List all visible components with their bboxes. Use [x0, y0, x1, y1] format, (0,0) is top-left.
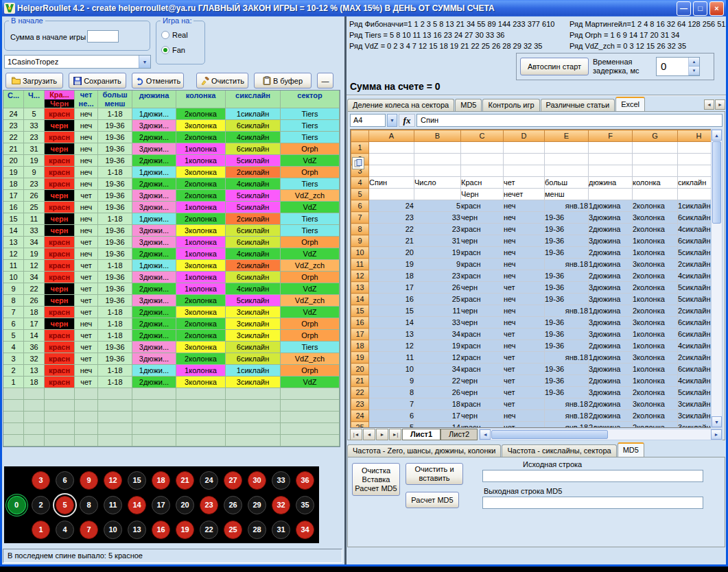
excel-cell-B3[interactable]: [414, 165, 461, 177]
excel-cell-D4[interactable]: чет: [504, 177, 545, 189]
excel-cell-E11[interactable]: янв.18: [545, 259, 589, 270]
excel-cell-D8[interactable]: неч: [504, 224, 545, 235]
excel-cell-G17[interactable]: 1колонка: [633, 329, 678, 340]
excel-cell-H23[interactable]: 3сиклайн: [678, 398, 713, 410]
excel-cell-F16[interactable]: 3дюжина: [589, 317, 633, 329]
excel-cell-B18[interactable]: 19: [414, 340, 461, 352]
excel-cell-A21[interactable]: 9: [369, 375, 414, 387]
horizontal-scroll-track[interactable]: [609, 429, 711, 440]
excel-cell-E4[interactable]: больш: [545, 177, 589, 189]
excel-col-header-B[interactable]: B: [414, 130, 461, 142]
excel-cell-F1[interactable]: [589, 142, 633, 154]
excel-cell-A11[interactable]: 19: [369, 259, 414, 270]
excel-col-header-C[interactable]: C: [461, 130, 504, 142]
excel-cell-B15[interactable]: 11: [414, 305, 461, 317]
excel-cell-G15[interactable]: 2колонка: [633, 305, 678, 317]
excel-cell-D10[interactable]: неч: [504, 247, 545, 259]
clear-button[interactable]: Очистить: [196, 73, 248, 88]
bottom-tab-MD5[interactable]: MD5: [618, 442, 644, 457]
excel-cell-E17[interactable]: 19-36: [545, 329, 589, 340]
board-number-6[interactable]: 6: [56, 471, 74, 490]
excel-row-header-9[interactable]: 9: [351, 235, 369, 247]
scroll-up-icon[interactable]: ▲: [712, 130, 722, 141]
board-number-7[interactable]: 7: [80, 521, 98, 539]
sheet-nav-1[interactable]: ◄: [363, 429, 375, 440]
minimize-button[interactable]: —: [677, 1, 691, 16]
delay-spinner[interactable]: 0 ▲ ▼: [656, 57, 700, 76]
excel-cell-A4[interactable]: Спин: [369, 177, 414, 189]
sheet-nav-0[interactable]: |◄: [350, 429, 362, 440]
tab-Excel[interactable]: Excel: [615, 97, 645, 111]
excel-cell-D3[interactable]: [504, 165, 545, 177]
name-box-dropdown-icon[interactable]: ▼: [387, 114, 397, 127]
excel-cell-C14[interactable]: красн: [461, 294, 504, 305]
excel-col-header-F[interactable]: F: [589, 130, 633, 142]
excel-row-header-10[interactable]: 10: [351, 247, 369, 259]
excel-cell-H18[interactable]: 4сиклайн: [678, 340, 713, 352]
md5-calc-button[interactable]: Расчет MD5: [406, 492, 459, 508]
radio-fan[interactable]: Fan: [161, 46, 185, 54]
tab-Контроль игр[interactable]: Контроль игр: [482, 99, 539, 111]
excel-row-header-18[interactable]: 18: [351, 340, 369, 352]
excel-row-header-12[interactable]: 12: [351, 270, 369, 282]
excel-col-header-H[interactable]: H: [678, 130, 713, 142]
excel-cell-G7[interactable]: 3колонка: [633, 212, 678, 224]
excel-cell-A24[interactable]: 6: [369, 410, 414, 422]
excel-cell-E5[interactable]: менш: [545, 189, 589, 200]
excel-cell-A14[interactable]: 16: [369, 294, 414, 305]
excel-cell-F2[interactable]: [589, 154, 633, 165]
excel-cell-A6[interactable]: 24: [369, 200, 414, 212]
undo-button[interactable]: Отменить: [132, 73, 184, 88]
excel-cell-C2[interactable]: [461, 154, 504, 165]
excel-cell-A25[interactable]: 5: [369, 422, 414, 429]
excel-row-header-5[interactable]: 5: [351, 189, 369, 200]
excel-cell-H24[interactable]: 3сиклайн: [678, 410, 713, 422]
excel-cell-C24[interactable]: черн: [461, 410, 504, 422]
vertical-scrollbar[interactable]: ▲ ▼: [711, 129, 723, 428]
excel-cell-B22[interactable]: 26: [414, 387, 461, 398]
excel-cell-F25[interactable]: 2дюжина: [589, 422, 633, 429]
excel-cell-B13[interactable]: 26: [414, 282, 461, 294]
board-number-33[interactable]: 33: [272, 471, 290, 490]
excel-row-header-14[interactable]: 14: [351, 294, 369, 305]
excel-cell-G11[interactable]: 3колонка: [633, 259, 678, 270]
excel-cell-G10[interactable]: 1колонка: [633, 247, 678, 259]
excel-cell-E21[interactable]: 19-36: [545, 375, 589, 387]
board-number-4[interactable]: 4: [56, 521, 74, 539]
excel-cell-F11[interactable]: 1дюжина: [589, 259, 633, 270]
excel-cell-G14[interactable]: 1колонка: [633, 294, 678, 305]
excel-cell-C5[interactable]: Черн: [461, 189, 504, 200]
excel-row-header-22[interactable]: 22: [351, 387, 369, 398]
board-number-24[interactable]: 24: [200, 471, 218, 490]
delay-value[interactable]: 0: [657, 58, 688, 75]
board-number-20[interactable]: 20: [176, 496, 194, 514]
excel-cell-H21[interactable]: 4сиклайн: [678, 375, 713, 387]
excel-cell-F8[interactable]: 2дюжина: [589, 224, 633, 235]
cell-name-box[interactable]: A4: [350, 114, 386, 127]
board-number-26[interactable]: 26: [224, 496, 242, 514]
sheet-tab-Лист2[interactable]: Лист2: [441, 429, 478, 440]
excel-cell-E9[interactable]: 19-36: [545, 235, 589, 247]
excel-cell-H16[interactable]: 6сиклайн: [678, 317, 713, 329]
excel-cell-H12[interactable]: 4сиклайн: [678, 270, 713, 282]
board-number-18[interactable]: 18: [152, 471, 170, 490]
excel-cell-H22[interactable]: 5сиклайн: [678, 387, 713, 398]
excel-cell-D21[interactable]: чет: [504, 375, 545, 387]
excel-cell-C8[interactable]: красн: [461, 224, 504, 235]
excel-cell-G6[interactable]: 2колонка: [633, 200, 678, 212]
excel-cell-F5[interactable]: [589, 189, 633, 200]
excel-cell-B2[interactable]: [414, 154, 461, 165]
excel-cell-C21[interactable]: черн: [461, 375, 504, 387]
board-number-29[interactable]: 29: [248, 496, 266, 514]
md5-output-input[interactable]: [482, 497, 703, 509]
excel-cell-A15[interactable]: 15: [369, 305, 414, 317]
excel-col-header-E[interactable]: E: [545, 130, 589, 142]
autospin-start-button[interactable]: Автоспин старт: [520, 58, 589, 75]
excel-cell-B5[interactable]: [414, 189, 461, 200]
excel-cell-E10[interactable]: 19-36: [545, 247, 589, 259]
board-number-28[interactable]: 28: [248, 521, 266, 539]
excel-cell-D24[interactable]: неч: [504, 410, 545, 422]
excel-cell-F3[interactable]: [589, 165, 633, 177]
excel-cell-E14[interactable]: 19-36: [545, 294, 589, 305]
excel-cell-B19[interactable]: 12: [414, 352, 461, 364]
